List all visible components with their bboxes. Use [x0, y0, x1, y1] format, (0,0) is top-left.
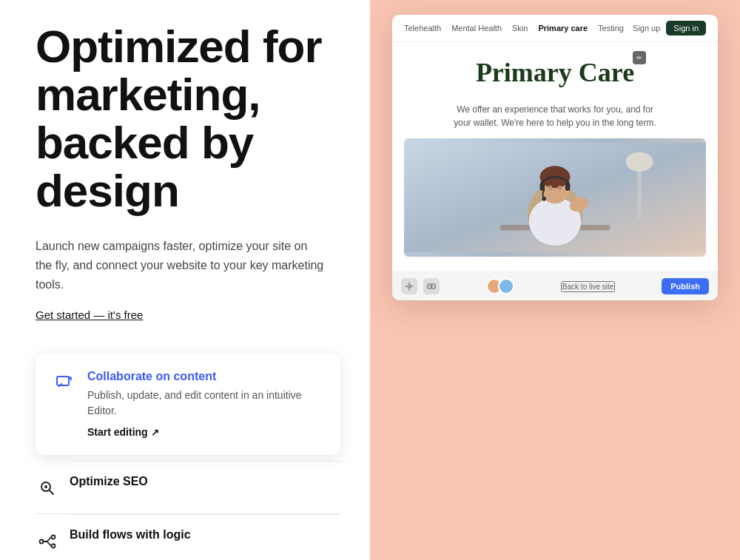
publish-button[interactable]: Publish [662, 278, 709, 294]
nav-testing[interactable]: Testing [598, 24, 624, 33]
arrow-icon: ↗ [151, 427, 159, 438]
nav-primary-care[interactable]: Primary care [538, 24, 588, 33]
flows-icon [36, 530, 59, 553]
feature-desc-collaborate: Publish, update, and edit content in an … [87, 388, 323, 419]
avatar-group [486, 278, 514, 294]
features-list: Collaborate on content Publish, update, … [36, 354, 340, 560]
primary-care-title: Primary Care [476, 57, 634, 88]
browser-content: Primary Care ✏ We offer an experience th… [392, 42, 718, 271]
feature-card-collaborate[interactable]: Collaborate on content Publish, update, … [36, 354, 340, 455]
signin-button[interactable]: Sign in [666, 21, 706, 36]
nav-telehealth[interactable]: Telehealth [404, 24, 441, 33]
svg-rect-0 [57, 377, 69, 385]
back-to-live-button[interactable]: Back to live site [561, 281, 615, 292]
collaborate-icon [53, 371, 77, 395]
cta-link[interactable]: Get started — it's free [36, 308, 143, 321]
feature-content-flows: Build flows with logic [70, 528, 340, 542]
seo-icon [36, 476, 59, 500]
browser-nav-actions: Sign up Sign in [633, 21, 706, 36]
settings-icon-1[interactable] [401, 278, 417, 294]
hero-subtitle: Launch new campaigns faster, optimize yo… [36, 237, 324, 294]
avatar-2 [498, 278, 514, 294]
svg-rect-20 [565, 183, 570, 191]
feature-title-seo: Optimize SEO [70, 475, 340, 488]
feature-content-seo: Optimize SEO [70, 475, 340, 488]
svg-point-23 [626, 152, 653, 172]
nav-skin[interactable]: Skin [512, 24, 528, 33]
feature-action-collaborate[interactable]: Start editing ↗ [87, 426, 159, 438]
nav-mental-health[interactable]: Mental Health [451, 24, 502, 33]
browser-mockup: Telehealth Mental Health Skin Primary ca… [392, 15, 718, 300]
feature-content-collaborate: Collaborate on content Publish, update, … [87, 370, 323, 439]
browser-footer: Back to live site Publish [392, 271, 718, 300]
feature-title-flows: Build flows with logic [70, 528, 340, 542]
hero-image [404, 138, 706, 257]
svg-point-16 [548, 186, 553, 190]
feature-item-seo[interactable]: Optimize SEO [36, 462, 340, 514]
left-panel: Optimized for marketing, backed by desig… [0, 0, 370, 560]
svg-point-4 [52, 536, 56, 539]
browser-nav-links: Telehealth Mental Health Skin Primary ca… [404, 24, 624, 33]
feature-item-flows[interactable]: Build flows with logic [36, 515, 340, 560]
svg-point-5 [52, 544, 56, 548]
right-panel: Telehealth Mental Health Skin Primary ca… [370, 0, 740, 560]
svg-rect-22 [637, 163, 642, 218]
svg-point-17 [558, 186, 562, 190]
browser-nav: Telehealth Mental Health Skin Primary ca… [392, 15, 718, 42]
signup-button[interactable]: Sign up [633, 24, 660, 33]
edit-button[interactable]: ✏ [633, 51, 646, 64]
primary-care-desc: We offer an experience that works for yo… [451, 103, 659, 129]
svg-point-24 [408, 285, 411, 288]
svg-point-21 [542, 197, 546, 201]
footer-icons [401, 278, 440, 294]
feature-title-collaborate: Collaborate on content [87, 370, 323, 383]
footer-avatars [486, 278, 514, 294]
page-container: Optimized for marketing, backed by desig… [0, 0, 740, 560]
svg-point-2 [44, 485, 47, 488]
settings-icon-2[interactable] [423, 278, 440, 294]
hero-title: Optimized for marketing, backed by desig… [36, 22, 340, 215]
